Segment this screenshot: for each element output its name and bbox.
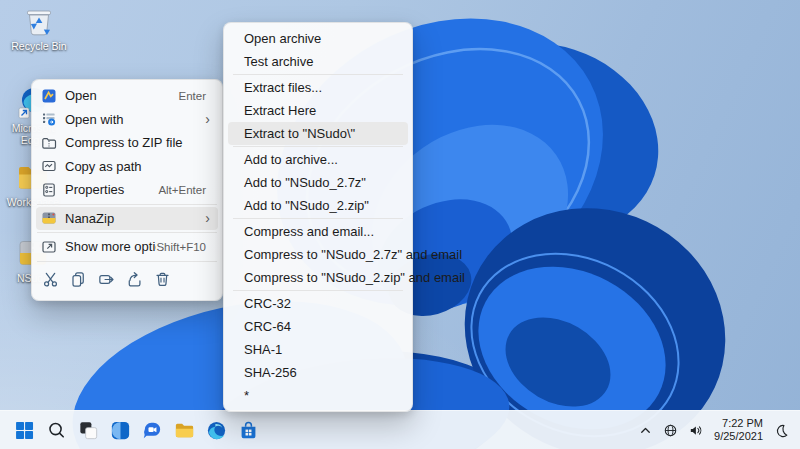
submenu-item-compress-and-email[interactable]: Compress and email... (228, 220, 408, 243)
file-explorer-icon (173, 419, 196, 442)
context-menu-item-show-more-options[interactable]: Show more optionsShift+F10 (36, 235, 218, 259)
context-menu-item-nanazip[interactable]: NanaZip› (36, 207, 218, 231)
cut-icon (41, 270, 60, 289)
submenu-item-add-to-nsudo-2-7z[interactable]: Add to "NSudo_2.7z" (228, 171, 408, 194)
network-button[interactable] (660, 417, 681, 443)
menu-separator (37, 204, 217, 205)
share-button[interactable] (120, 266, 148, 294)
show-more-icon (41, 239, 57, 255)
open-with-icon (41, 111, 57, 127)
submenu-item-crc-32[interactable]: CRC-32 (228, 292, 408, 315)
submenu-item-add-to-nsudo-2-zip[interactable]: Add to "NSudo_2.zip" (228, 194, 408, 217)
submenu-item-sha-256[interactable]: SHA-256 (228, 361, 408, 384)
chevron-right-icon: › (205, 211, 212, 225)
submenu-item-crc-64[interactable]: CRC-64 (228, 315, 408, 338)
taskbar-start-button[interactable] (10, 416, 39, 445)
moon-icon (774, 423, 789, 438)
focus-assist-button[interactable] (771, 417, 792, 443)
chevron-right-icon: › (205, 112, 212, 126)
taskbar-file-explorer-button[interactable] (170, 416, 199, 445)
taskbar-store-button[interactable] (234, 416, 263, 445)
cut-button[interactable] (36, 266, 64, 294)
windows-desktop: Recycle BinMicrosoft EdgeWorkspaceNSudo … (0, 0, 800, 449)
submenu-item-open-archive[interactable]: Open archive (228, 27, 408, 50)
taskbar: 7:22 PM9/25/2021 (0, 410, 800, 449)
copy-icon (69, 270, 88, 289)
menu-item-shortcut: Alt+Enter (158, 184, 212, 196)
context-menu: OpenEnterOpen with›Compress to ZIP fileC… (31, 79, 223, 301)
nanazip-submenu: Open archiveTest archiveExtract files...… (223, 22, 413, 412)
menu-item-label: Properties (65, 182, 158, 197)
copy-path-icon (41, 158, 57, 174)
submenu-item-compress-to-nsudo-2-7z-and-email[interactable]: Compress to "NSudo_2.7z" and email (228, 243, 408, 266)
context-menu-item-compress-to-zip[interactable]: Compress to ZIP file (36, 131, 218, 155)
search-icon (45, 419, 68, 442)
network-globe-icon (663, 423, 678, 438)
volume-icon (688, 423, 703, 438)
context-menu-item-properties[interactable]: PropertiesAlt+Enter (36, 178, 218, 202)
properties-icon (41, 182, 57, 198)
menu-separator (233, 74, 403, 75)
edge-icon (205, 419, 228, 442)
chat-icon (141, 419, 164, 442)
copy-button[interactable] (64, 266, 92, 294)
system-tray: 7:22 PM9/25/2021 (635, 417, 792, 443)
desktop-icon-label: Recycle Bin (11, 40, 66, 52)
clock-date: 9/25/2021 (714, 430, 763, 443)
menu-item-shortcut: Shift+F10 (156, 241, 212, 253)
menu-item-shortcut: Enter (179, 90, 213, 102)
chevron-up-icon (638, 423, 653, 438)
taskbar-search-button[interactable] (42, 416, 71, 445)
clock[interactable]: 7:22 PM9/25/2021 (710, 417, 767, 443)
taskbar-app-buttons (10, 416, 263, 445)
submenu-item-extract-here[interactable]: Extract Here (228, 99, 408, 122)
desktop-icon-recycle-bin[interactable]: Recycle Bin (8, 4, 70, 52)
rename-button[interactable] (92, 266, 120, 294)
submenu-item-test-archive[interactable]: Test archive (228, 50, 408, 73)
widgets-icon (109, 419, 132, 442)
menu-separator (37, 232, 217, 233)
quick-actions-row (36, 264, 218, 296)
delete-button[interactable] (148, 266, 176, 294)
taskbar-widgets-button[interactable] (106, 416, 135, 445)
taskbar-chat-button[interactable] (138, 416, 167, 445)
menu-item-label: Compress to ZIP file (65, 135, 212, 150)
menu-separator (233, 146, 403, 147)
menu-item-label: Copy as path (65, 159, 212, 174)
menu-separator (233, 290, 403, 291)
submenu-item-compress-to-nsudo-2-zip-and-email[interactable]: Compress to "NSudo_2.zip" and email (228, 266, 408, 289)
rename-icon (97, 270, 116, 289)
task-view-icon (77, 419, 100, 442)
submenu-item-sha-1[interactable]: SHA-1 (228, 338, 408, 361)
open-app-icon (41, 88, 57, 104)
zip-folder-icon (41, 135, 57, 151)
context-menu-item-open-with[interactable]: Open with› (36, 108, 218, 132)
volume-button[interactable] (685, 417, 706, 443)
tray-overflow-button[interactable] (635, 417, 656, 443)
submenu-item-star[interactable]: * (228, 384, 408, 407)
menu-separator (37, 261, 217, 262)
nanazip-icon (41, 210, 57, 226)
menu-separator (233, 218, 403, 219)
menu-item-label: Open (65, 88, 179, 103)
submenu-item-extract-files[interactable]: Extract files... (228, 76, 408, 99)
menu-item-label: Open with (65, 112, 205, 127)
clock-time: 7:22 PM (722, 417, 763, 430)
store-icon (237, 419, 260, 442)
recycle-bin-icon (22, 4, 56, 38)
taskbar-task-view-button[interactable] (74, 416, 103, 445)
delete-icon (153, 270, 172, 289)
submenu-item-add-to-archive[interactable]: Add to archive... (228, 148, 408, 171)
taskbar-edge-button[interactable] (202, 416, 231, 445)
start-icon (13, 419, 36, 442)
context-menu-item-copy-as-path[interactable]: Copy as path (36, 155, 218, 179)
submenu-item-extract-to-nsudo[interactable]: Extract to "NSudo\" (228, 122, 408, 145)
menu-item-label: NanaZip (65, 211, 205, 226)
share-icon (125, 270, 144, 289)
context-menu-item-open[interactable]: OpenEnter (36, 84, 218, 108)
menu-item-label: Show more options (65, 239, 156, 254)
